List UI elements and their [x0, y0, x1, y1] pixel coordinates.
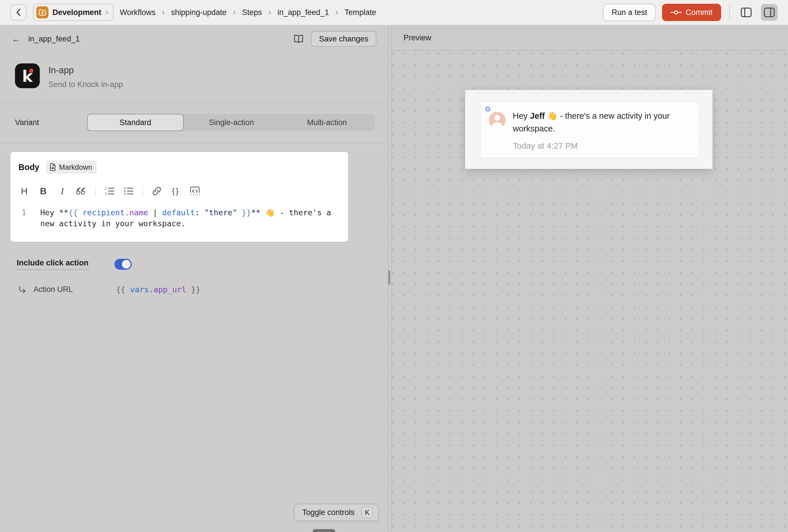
notification-message: Hey Jeff 👋 - there's a new activity in y…: [513, 110, 689, 135]
channel-name: In-app: [48, 65, 123, 76]
variant-option-standard[interactable]: Standard: [87, 114, 183, 131]
variant-option-single-action[interactable]: Single-action: [183, 114, 279, 131]
variant-segmented-control: Standard Single-action Multi-action: [87, 114, 375, 131]
chevron-sep-icon: ›: [233, 7, 236, 17]
template-editor-panel: ← in_app_feed_1 Save changes k In-app Se…: [0, 25, 389, 532]
line-number: 1: [18, 207, 30, 229]
variant-option-multi-action[interactable]: Multi-action: [279, 114, 375, 131]
variable-button[interactable]: {}: [168, 183, 184, 199]
link-button[interactable]: [149, 183, 165, 199]
commit-button[interactable]: Commit: [662, 4, 721, 21]
blockquote-button[interactable]: [73, 183, 90, 199]
ordered-list-button[interactable]: 1 2: [101, 183, 118, 199]
back-button[interactable]: [11, 4, 26, 20]
variant-label: Variant: [15, 118, 87, 127]
breadcrumb-steps[interactable]: Steps: [242, 8, 262, 17]
panel-resize-handle[interactable]: [388, 270, 390, 285]
panel-right-icon: [764, 7, 775, 17]
link-icon: [152, 186, 161, 196]
commit-label: Commit: [686, 8, 712, 17]
heading-button[interactable]: H: [16, 183, 32, 199]
format-badge-label: Markdown: [59, 163, 92, 172]
chevron-left-icon: [15, 8, 22, 17]
toggle-right-panel-button[interactable]: [761, 4, 777, 21]
toggle-controls-button[interactable]: Toggle controls K: [294, 504, 379, 521]
channel-info: k In-app Send to Knock in-app: [0, 53, 388, 103]
run-test-button[interactable]: Run a test: [603, 4, 656, 21]
chevron-sep-icon: ›: [105, 7, 109, 17]
feed-preview-container: Hey Jeff 👋 - there's a new activity in y…: [465, 90, 712, 169]
knock-logo-dot: [29, 68, 34, 73]
toggle-left-panel-button[interactable]: [738, 4, 754, 21]
topbar-divider: [729, 6, 730, 19]
breadcrumb-step-name[interactable]: in_app_feed_1: [278, 8, 329, 17]
environment-folder-icon: [36, 6, 48, 18]
code-block-button[interactable]: [187, 183, 203, 199]
keyboard-shortcut-badge: K: [361, 507, 373, 518]
ordered-list-icon: 1 2: [105, 187, 114, 195]
avatar-body: [492, 122, 503, 129]
environment-switcher[interactable]: Development ›: [33, 4, 114, 21]
bullet-list-icon: [124, 187, 134, 195]
italic-button[interactable]: I: [54, 183, 70, 199]
file-down-icon: [49, 163, 56, 171]
include-click-action-toggle[interactable]: [114, 259, 132, 270]
notification-timestamp: Today at 4:27 PM: [513, 141, 578, 151]
bullet-list-button[interactable]: [120, 183, 137, 199]
back-arrow-icon[interactable]: ←: [12, 34, 21, 44]
channel-description: Send to Knock in-app: [48, 80, 123, 89]
toolbar-divider: [95, 186, 96, 196]
environment-name: Development: [53, 8, 101, 17]
avatar: [489, 112, 506, 129]
body-code-content[interactable]: Hey **{{ recipient.name | default: "ther…: [40, 207, 348, 229]
body-code-editor[interactable]: 1 Hey **{{ recipient.name | default: "th…: [11, 207, 348, 229]
git-commit-icon: [671, 9, 682, 16]
action-url-value[interactable]: {{ vars.app_url }}: [116, 285, 201, 294]
save-changes-button[interactable]: Save changes: [311, 31, 376, 47]
action-url-label: Action URL: [34, 285, 73, 294]
bold-button[interactable]: B: [35, 183, 51, 199]
chevron-sep-icon: ›: [268, 7, 271, 17]
avatar-head: [494, 115, 500, 121]
toggle-knob: [122, 260, 131, 269]
notification-card: Hey Jeff 👋 - there's a new activity in y…: [480, 101, 699, 158]
editor-toolbar: H B I 1 2: [11, 183, 348, 199]
body-label: Body: [18, 162, 39, 172]
step-name: in_app_feed_1: [28, 35, 80, 43]
corner-down-right-icon: [18, 286, 26, 293]
format-badge: Markdown: [46, 160, 97, 174]
preview-canvas: Hey Jeff 👋 - there's a new activity in y…: [392, 51, 788, 532]
panel-left-icon: [741, 7, 752, 17]
code-block-icon: [190, 186, 200, 196]
toolbar-divider: [142, 186, 143, 196]
action-url-row: Action URL {{ vars.app_url }}: [18, 285, 388, 294]
body-editor-card: Body Markdown H B I: [11, 152, 348, 242]
breadcrumb-workflow-name[interactable]: shipping-update: [171, 8, 226, 17]
preview-header: Preview: [392, 25, 788, 51]
preview-panel: Preview Hey Jeff 👋 - there's a new activ…: [391, 25, 788, 532]
editor-header: ← in_app_feed_1 Save changes: [0, 25, 388, 53]
include-click-action-label: Include click action: [17, 258, 88, 270]
breadcrumb-workflows[interactable]: Workflows: [120, 8, 156, 17]
quote-icon: [76, 187, 86, 195]
chevron-sep-icon: ›: [335, 7, 338, 17]
top-bar: Development › Workflows › shipping-updat…: [0, 0, 788, 25]
book-icon: [294, 35, 303, 43]
breadcrumb-template[interactable]: Template: [344, 8, 376, 17]
bottom-drag-pill: [313, 529, 335, 532]
unread-indicator: [485, 106, 490, 112]
docs-button[interactable]: [294, 35, 303, 43]
preview-title: Preview: [403, 34, 431, 42]
knock-logo: k: [15, 63, 40, 88]
chevron-sep-icon: ›: [162, 7, 165, 17]
variant-row: Variant Standard Single-action Multi-act…: [0, 103, 388, 143]
toggle-controls-label: Toggle controls: [302, 508, 355, 517]
include-click-action-row: Include click action: [17, 258, 388, 270]
svg-text:2: 2: [105, 192, 107, 195]
svg-text:1: 1: [105, 187, 107, 190]
